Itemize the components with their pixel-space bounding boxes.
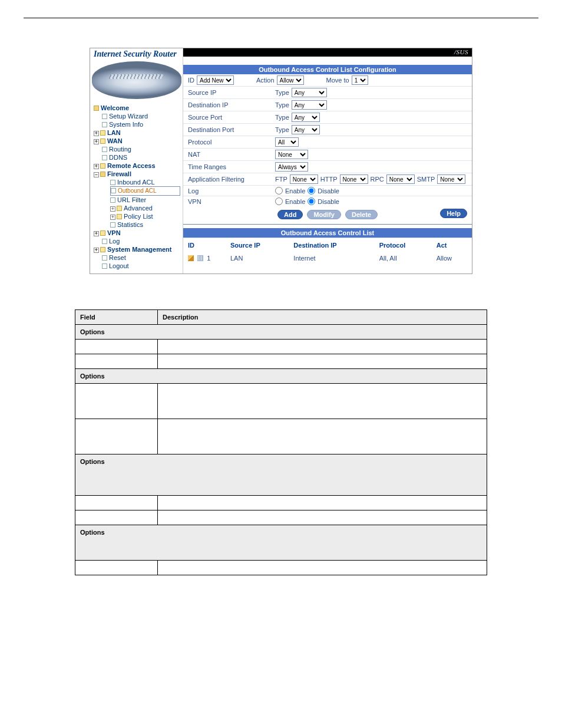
dstport-type[interactable]: Any xyxy=(292,125,320,134)
form-title: Outbound Access Control List Configurati… xyxy=(183,65,472,74)
modify-button[interactable]: Modify xyxy=(307,210,340,219)
leaf-icon xyxy=(110,180,115,185)
log-label: Log xyxy=(188,187,270,195)
th-field: Field xyxy=(75,310,158,325)
folder-icon xyxy=(117,214,122,219)
proto-select[interactable]: All xyxy=(275,137,299,147)
expand-icon[interactable]: + xyxy=(110,206,115,212)
cell-proto: All, All xyxy=(376,252,432,264)
expand-icon[interactable]: + xyxy=(94,231,99,236)
edit-icon[interactable] xyxy=(188,255,194,261)
nat-label: NAT xyxy=(188,151,270,158)
folder-icon xyxy=(100,172,105,177)
cell-dst: Internet xyxy=(290,252,374,264)
nav-logout[interactable]: Logout xyxy=(109,262,129,269)
action-label: Action xyxy=(256,77,275,84)
vpn-disable[interactable] xyxy=(308,197,315,205)
cell-id: 1 xyxy=(207,255,210,262)
options-3: Options xyxy=(75,454,487,496)
nav-url-filter[interactable]: URL Filter xyxy=(117,196,146,203)
rpc-select[interactable]: None xyxy=(386,174,415,184)
expand-icon[interactable]: + xyxy=(94,248,99,253)
leaf-icon xyxy=(110,222,115,228)
col-src: Source IP xyxy=(227,239,289,251)
nav-advanced[interactable]: Advanced xyxy=(124,205,153,212)
options-2: Options xyxy=(75,369,487,384)
leaf-icon xyxy=(102,114,107,119)
vpn-label: VPN xyxy=(188,198,270,205)
nav-ddns[interactable]: DDNS xyxy=(109,154,127,161)
proto-label: Protocol xyxy=(188,139,270,146)
nav-outbound-acl[interactable]: Outbound ACL xyxy=(118,187,157,194)
col-dst: Destination IP xyxy=(290,239,374,251)
delete-icon[interactable] xyxy=(197,255,203,261)
srcport-label: Source Port xyxy=(188,114,270,121)
nav-statistics[interactable]: Statistics xyxy=(117,221,143,228)
time-select[interactable]: Always xyxy=(275,162,308,172)
help-button[interactable]: Help xyxy=(440,209,467,218)
nav-lan[interactable]: LAN xyxy=(107,129,121,136)
nav-wan[interactable]: WAN xyxy=(107,137,123,144)
col-act: Act xyxy=(433,239,471,251)
nav-vpn[interactable]: VPN xyxy=(107,229,121,236)
folder-icon xyxy=(117,206,122,211)
nav-inbound-acl[interactable]: Inbound ACL xyxy=(117,179,155,186)
action-select[interactable]: Allow xyxy=(277,75,304,85)
expand-icon[interactable]: + xyxy=(94,164,99,169)
id-label: ID xyxy=(188,77,194,84)
folder-icon xyxy=(100,247,105,252)
options-1: Options xyxy=(75,325,487,340)
time-label: Time Ranges xyxy=(188,163,270,170)
log-enable[interactable] xyxy=(275,187,283,195)
collapse-icon[interactable]: – xyxy=(94,172,99,177)
ftp-select[interactable]: None xyxy=(290,174,318,184)
folder-icon xyxy=(94,106,99,111)
folder-icon xyxy=(100,163,105,169)
leaf-icon xyxy=(102,263,107,269)
col-proto: Protocol xyxy=(376,239,432,251)
expand-icon[interactable]: + xyxy=(94,139,99,144)
brand-logo: /SUS xyxy=(454,48,468,55)
nav-sysmgmt[interactable]: System Management xyxy=(107,246,171,253)
nav-tree: Welcome Setup Wizard System Info +LAN +W… xyxy=(90,103,183,274)
router-screenshot: Internet Security Router Welcome Setup W… xyxy=(90,48,472,274)
nav-routing[interactable]: Routing xyxy=(109,146,131,153)
doc-table: Field Description Options Options Option… xyxy=(75,309,487,575)
nav-setup[interactable]: Setup Wizard xyxy=(109,113,148,120)
vpn-enable[interactable] xyxy=(275,197,283,205)
appf-label: Application Filtering xyxy=(188,176,270,183)
smtp-select[interactable]: None xyxy=(437,174,465,184)
cell-src: LAN xyxy=(227,252,289,264)
delete-button[interactable]: Delete xyxy=(345,210,378,219)
moveto-select[interactable]: 1 xyxy=(352,75,368,85)
leaf-icon xyxy=(111,188,116,193)
nav-welcome[interactable]: Welcome xyxy=(101,104,129,111)
dstip-type[interactable]: Any xyxy=(292,100,327,110)
add-button[interactable]: Add xyxy=(277,210,303,219)
page-top-rule xyxy=(24,18,538,18)
nav-remote[interactable]: Remote Access xyxy=(107,162,156,169)
main-content: /SUS Outbound Access Control List Config… xyxy=(183,48,472,274)
http-select[interactable]: None xyxy=(340,174,368,184)
nav-policy[interactable]: Policy List xyxy=(124,213,153,220)
expand-icon[interactable]: + xyxy=(110,215,115,220)
srcip-type[interactable]: Any xyxy=(292,88,327,97)
srcport-type[interactable]: Any xyxy=(292,113,320,122)
list-title: Outbound Access Control List xyxy=(183,228,472,238)
nav-sysinfo[interactable]: System Info xyxy=(109,121,143,128)
leaf-icon xyxy=(102,239,107,244)
nat-select[interactable]: None xyxy=(275,150,308,159)
router-illustration xyxy=(92,61,181,99)
leaf-icon xyxy=(102,255,107,261)
sidebar: Internet Security Router Welcome Setup W… xyxy=(90,48,183,274)
nav-firewall[interactable]: Firewall xyxy=(107,170,131,177)
brand-bar: /SUS xyxy=(183,48,472,57)
options-4: Options xyxy=(75,525,487,561)
nav-log[interactable]: Log xyxy=(109,238,120,245)
leaf-icon xyxy=(102,155,107,160)
col-id: ID xyxy=(184,239,226,251)
nav-reset[interactable]: Reset xyxy=(109,254,126,261)
log-disable[interactable] xyxy=(308,187,315,195)
expand-icon[interactable]: + xyxy=(94,131,99,136)
id-select[interactable]: Add New xyxy=(197,75,234,85)
